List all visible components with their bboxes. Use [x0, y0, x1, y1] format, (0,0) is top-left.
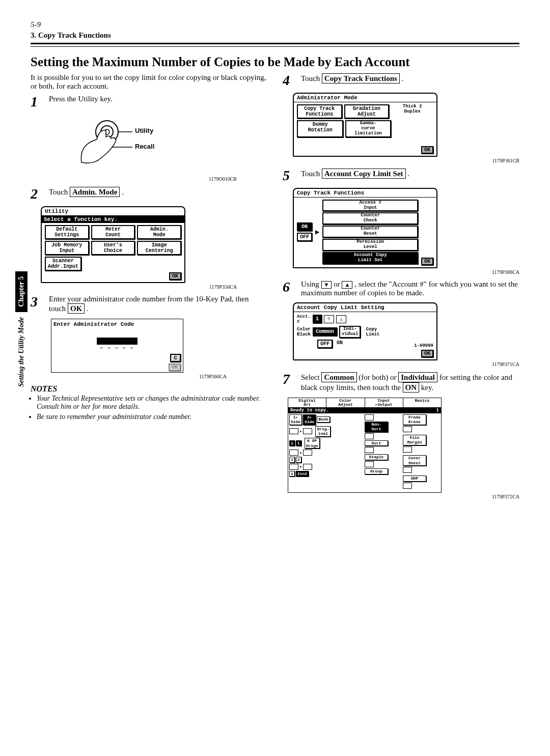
2side-btn[interactable]: 2▸ Side	[303, 414, 316, 425]
job-memory-btn[interactable]: Job Memory Input	[45, 241, 89, 255]
code-field[interactable]	[97, 338, 138, 345]
copy-track-functions-btn[interactable]: Copy Track Functions	[297, 104, 342, 119]
individual-button-ref[interactable]: Individual	[398, 372, 437, 382]
down-arrow-icon[interactable]: ▼	[321, 281, 332, 289]
ok-button-ref[interactable]: OK	[68, 303, 85, 314]
ok-button[interactable]: OK	[421, 350, 433, 357]
counter-reset-btn[interactable]: Counter Reset	[322, 226, 418, 238]
header-rule	[31, 43, 519, 47]
ok-button[interactable]: OK	[421, 146, 433, 154]
num-1d[interactable]: 1	[289, 471, 295, 477]
aof-origs-btn[interactable]: A OF Origs	[305, 438, 320, 449]
fig-caption: 1179P356CA	[31, 284, 237, 290]
fig-caption: 1179O010CB	[31, 176, 237, 182]
nonsort-btn[interactable]: Non- Sort	[365, 422, 388, 432]
color-black-label: Color Black	[297, 327, 311, 337]
counter-check-btn[interactable]: Counter Check	[322, 212, 418, 225]
side-chapter: Chapter 5	[15, 271, 28, 312]
scanner-addr-btn[interactable]: Scanner Addr.Input	[45, 257, 81, 271]
frame-erase-icon	[403, 426, 412, 432]
step-text: Touch Copy Track Functions .	[301, 73, 519, 83]
individual-button[interactable]: Indi- vidual	[339, 326, 361, 338]
section-label: 3. Copy Track Functions	[31, 31, 519, 40]
left-column: It is possible for you to set the copy l…	[31, 73, 267, 505]
ok-button[interactable]: OK	[169, 272, 181, 280]
account-copy-limit-set-btn[interactable]: Account Copy Limit Set	[322, 252, 418, 264]
on-button[interactable]: ON	[335, 340, 345, 348]
access-input-btn[interactable]: Access # Input	[322, 200, 418, 212]
page-number: 5-9	[31, 20, 519, 29]
on-button-ref[interactable]: ON	[403, 382, 420, 393]
up-arrow-button[interactable]: △	[336, 315, 346, 323]
common-button-ref[interactable]: Common	[321, 372, 356, 382]
down-arrow-button[interactable]: ▽	[324, 315, 334, 323]
account-copy-limit-screen: Account Copy Limit Setting Acct. # 1 ▽ △…	[293, 302, 437, 360]
num-1b[interactable]: 1	[296, 440, 301, 446]
off-button[interactable]: OFF	[317, 340, 333, 348]
triangle-right-icon: ▶	[315, 228, 319, 236]
code-dashes: — — — — —	[53, 346, 181, 351]
users-choice-btn[interactable]: User's Choice	[91, 241, 135, 255]
step-4: 4 Touch Copy Track Functions .	[283, 73, 519, 88]
num-2[interactable]: 2	[296, 457, 301, 463]
sort-btn[interactable]: Sort	[365, 440, 388, 446]
on-button[interactable]: ON	[297, 222, 312, 231]
admin-code-screen: Enter Administrator Code — — — — — C OK	[51, 319, 183, 373]
clear-button[interactable]: C	[170, 354, 181, 362]
copy-track-functions-button[interactable]: Copy Track Functions	[322, 73, 400, 83]
2in1-btn[interactable]: 2in1	[296, 471, 309, 477]
original-btn[interactable]: Orig- inal	[315, 426, 331, 437]
meter-count-btn[interactable]: Meter Count	[91, 225, 135, 239]
sort-icon	[365, 433, 374, 439]
screen-subtitle: Select a function key.	[42, 216, 184, 223]
admin-mode-btn[interactable]: Admin. Mode	[137, 225, 181, 239]
1side-btn[interactable]: 1▸ Side	[289, 414, 302, 425]
step-text: Using ▼ or ▲ , select the "Account #" fo…	[301, 280, 519, 297]
ohp-btn[interactable]: OHP	[403, 475, 426, 482]
screen-title: Utility	[42, 207, 184, 216]
recall-label: Recall	[135, 143, 154, 150]
tab-color-adjust[interactable]: Color Adjust	[326, 398, 365, 407]
staple-btn[interactable]: Staple	[365, 454, 388, 460]
note-item: Be sure to remember your administrator c…	[37, 413, 267, 421]
step-num: 3	[31, 295, 43, 309]
account-copy-limit-set-button[interactable]: Account Copy Limit Set	[322, 169, 406, 179]
fig-caption: 1179P361CB	[283, 158, 519, 163]
notes-head: NOTES	[31, 384, 267, 394]
admin-mode-button[interactable]: Admin. Mode	[70, 187, 120, 197]
step-text: Press the Utility key.	[49, 95, 267, 103]
step-num: 4	[283, 73, 295, 88]
off-button[interactable]: OFF	[297, 233, 312, 241]
image-centering-btn[interactable]: Image Centering	[137, 241, 181, 255]
gradation-adjust-btn[interactable]: Gradation Adjust	[344, 104, 390, 119]
group-btn[interactable]: Group	[365, 468, 388, 474]
gamma-curve-btn[interactable]: Gamma- curve limitation	[345, 120, 391, 137]
copy-track-screen: Copy Track Functions ON OFF ▶ Access # I…	[293, 188, 437, 268]
intro-text: It is possible for you to set the copy l…	[31, 73, 267, 91]
screen-title: Administrator Mode	[294, 94, 436, 102]
common-button[interactable]: Common	[313, 327, 337, 336]
permission-level-btn[interactable]: Permission Level	[322, 239, 418, 251]
num-1[interactable]: 1	[289, 440, 295, 446]
side-mode: Setting the Utility Mode	[17, 317, 25, 387]
ok-button[interactable]: OK	[421, 258, 433, 265]
num-1c[interactable]: 1	[289, 457, 295, 463]
fig-caption: 1179P388CA	[283, 269, 519, 275]
ok-button[interactable]: OK	[169, 363, 181, 371]
file-margin-btn[interactable]: File Margin	[403, 435, 426, 445]
screen-title: Account Copy Limit Setting	[294, 303, 436, 312]
default-settings-btn[interactable]: Default Settings	[45, 225, 89, 239]
fig-caption: 1179P371CA	[283, 361, 519, 367]
tab-basics[interactable]: Basics	[403, 398, 441, 407]
cover-sheet-icon	[403, 467, 412, 473]
book-btn[interactable]: Book	[317, 416, 329, 423]
frame-erase-btn[interactable]: Frame Erase	[403, 414, 426, 425]
acct-label: Acct. #	[297, 314, 311, 324]
cover-sheet-btn[interactable]: Cover Sheet	[403, 455, 426, 466]
count-badge: 1	[436, 408, 439, 413]
dummy-rotation-btn[interactable]: Dummy Rotation	[297, 120, 343, 137]
up-arrow-icon[interactable]: ▲	[342, 281, 352, 289]
tab-digital-art[interactable]: Digital Art	[288, 398, 326, 407]
tab-input-output[interactable]: Input ▸Output	[365, 398, 403, 407]
step-6: 6 Using ▼ or ▲ , select the "Account #" …	[283, 280, 519, 297]
